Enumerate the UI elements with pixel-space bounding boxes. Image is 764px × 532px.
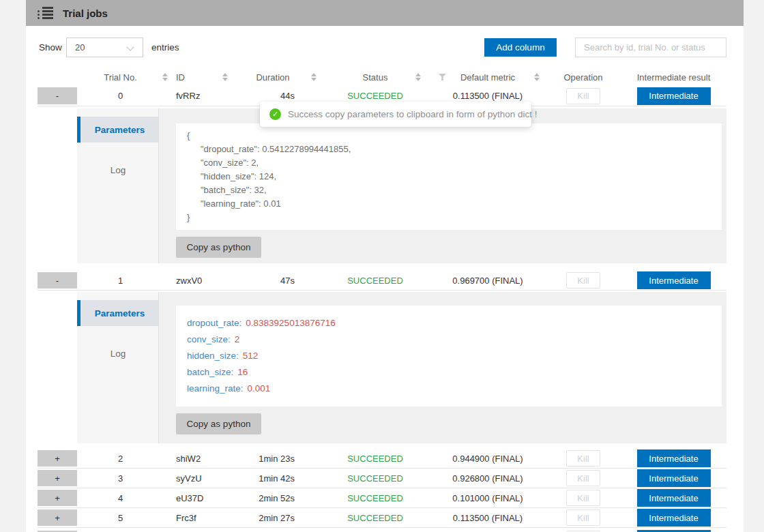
trial-no-cell: 3 xyxy=(77,469,164,488)
copy-as-python-button[interactable]: Copy as python xyxy=(176,237,261,258)
table-row: + 3 syVzU 1min 42s SUCCEEDED 0.926800 (F… xyxy=(38,469,726,488)
intermediate-button[interactable]: Intermediate xyxy=(637,87,711,105)
intermediate-button[interactable]: Intermediate xyxy=(637,469,711,487)
status-cell: SUCCEEDED xyxy=(321,508,430,527)
status-cell: SUCCEEDED xyxy=(321,271,430,290)
expander-cell: + xyxy=(38,449,77,468)
table-controls: Show 20 entries Add column xyxy=(26,34,744,60)
status-cell: SUCCEEDED xyxy=(321,469,430,488)
tab-parameters[interactable]: Parameters xyxy=(77,300,159,326)
operation-cell: Kill xyxy=(546,508,621,527)
id-cell: Frc3f xyxy=(164,508,225,527)
list-icon xyxy=(38,7,54,19)
add-column-button[interactable]: Add column xyxy=(484,38,557,57)
parameters-list: dropout_rate:0.8383925013876716 conv_siz… xyxy=(176,306,722,407)
intermediate-cell: Intermediate xyxy=(621,508,726,527)
id-cell: fvRRz xyxy=(164,86,225,106)
parameter-item: dropout_rate:0.8383925013876716 xyxy=(187,315,711,331)
table-row: + 2 shiW2 1min 23s SUCCEEDED 0.944900 (F… xyxy=(38,449,726,469)
trial-no-cell: 4 xyxy=(77,488,164,507)
parameter-item: batch_size:16 xyxy=(187,364,711,381)
sort-icon[interactable] xyxy=(534,73,540,81)
intermediate-button[interactable]: Intermediate xyxy=(637,449,711,467)
title-bar: Trial jobs xyxy=(26,0,744,26)
column-header-duration: Duration xyxy=(225,68,321,86)
toast: ✓ Success copy parameters to clipboard i… xyxy=(260,102,531,127)
table-row: + 5 Frc3f 2min 27s SUCCEEDED 0.113500 (F… xyxy=(38,508,726,528)
intermediate-button[interactable]: Intermediate xyxy=(637,509,711,527)
column-header-default-metric: Default metric xyxy=(430,68,546,86)
intermediate-cell xyxy=(621,529,726,532)
success-check-icon: ✓ xyxy=(269,108,281,120)
sort-icon[interactable] xyxy=(311,73,317,81)
detail-tab-column: Parameters Log xyxy=(77,292,159,443)
intermediate-cell: Intermediate xyxy=(621,449,726,468)
id-cell: eU37D xyxy=(164,488,225,507)
intermediate-cell: Intermediate xyxy=(621,488,726,507)
table-row-partial xyxy=(38,529,726,532)
default-metric-cell: 0.101000 (FINAL) xyxy=(430,488,546,507)
expand-row-button[interactable]: + xyxy=(38,450,77,467)
id-cell: shiW2 xyxy=(164,449,225,468)
kill-button[interactable]: Kill xyxy=(566,470,600,486)
column-header-status: Status xyxy=(321,68,430,86)
column-header-id: ID xyxy=(164,68,225,86)
expander-cell: + xyxy=(38,488,77,507)
tab-log[interactable]: Log xyxy=(77,346,159,360)
operation-cell: Kill xyxy=(546,469,621,488)
expand-row-button[interactable]: + xyxy=(38,490,77,506)
operation-cell: Kill xyxy=(546,271,621,290)
kill-button[interactable]: Kill xyxy=(566,272,600,289)
id-cell: zwxV0 xyxy=(164,271,225,290)
kill-button[interactable]: Kill xyxy=(566,509,600,526)
intermediate-button[interactable]: Intermediate xyxy=(637,489,711,507)
id-cell: syVzU xyxy=(164,469,225,488)
parameter-item: learning_rate:0.001 xyxy=(187,381,711,397)
operation-cell: Kill xyxy=(546,488,621,507)
default-metric-cell: 0.926800 (FINAL) xyxy=(430,469,546,488)
trial-detail-panel: Parameters Log dropout_rate:0.8383925013… xyxy=(77,292,726,443)
collapse-row-button[interactable]: - xyxy=(38,272,77,289)
sort-icon[interactable] xyxy=(415,73,421,81)
intermediate-button[interactable]: Intermediate xyxy=(637,271,711,289)
tab-log[interactable]: Log xyxy=(77,163,159,177)
kill-button[interactable]: Kill xyxy=(566,490,600,506)
chevron-down-icon xyxy=(126,43,134,50)
intermediate-cell: Intermediate xyxy=(621,271,726,290)
duration-cell: 1min 42s xyxy=(225,469,321,488)
content-panel: Trial jobs Show 20 entries Add column Tr… xyxy=(26,0,744,532)
tab-parameters[interactable]: Parameters xyxy=(77,117,159,143)
default-metric-cell: 0.969700 (FINAL) xyxy=(430,271,546,290)
parameter-item: hidden_size:512 xyxy=(187,348,711,364)
intermediate-cell: Intermediate xyxy=(621,86,726,106)
kill-button[interactable]: Kill xyxy=(566,450,600,467)
expander-column-header xyxy=(38,68,77,86)
expand-row-button[interactable]: + xyxy=(38,509,77,526)
table-header: Trial No. ID Duration Status Default met… xyxy=(38,68,726,86)
table-row: - 1 zwxV0 47s SUCCEEDED 0.969700 (FINAL)… xyxy=(38,271,726,291)
status-cell: SUCCEEDED xyxy=(321,449,430,468)
trial-jobs-page: Trial jobs Show 20 entries Add column Tr… xyxy=(0,0,764,532)
column-header-operation: Operation xyxy=(546,68,621,86)
collapse-row-button[interactable]: - xyxy=(38,87,77,104)
duration-cell: 47s xyxy=(225,271,321,290)
kill-button[interactable]: Kill xyxy=(566,88,600,104)
operation-cell xyxy=(546,529,621,532)
expander-cell: + xyxy=(38,469,77,488)
expander-cell: + xyxy=(38,508,77,527)
parameter-item: conv_size:2 xyxy=(187,331,711,348)
search-input[interactable] xyxy=(575,38,726,57)
expander-cell xyxy=(38,529,77,532)
expand-row-button[interactable]: + xyxy=(38,470,77,486)
duration-cell: 2min 52s xyxy=(225,488,321,507)
copy-as-python-button[interactable]: Copy as python xyxy=(176,413,261,434)
page-title: Trial jobs xyxy=(63,8,108,19)
trial-no-cell: 5 xyxy=(77,508,164,527)
trial-no-cell: 0 xyxy=(77,86,164,106)
duration-cell: 1min 23s xyxy=(225,449,321,468)
status-cell: SUCCEEDED xyxy=(321,488,430,507)
expander-cell: - xyxy=(38,271,77,290)
entries-per-page-select[interactable]: 20 xyxy=(66,38,143,57)
entries-label: entries xyxy=(151,42,179,53)
default-metric-cell: 0.113500 (FINAL) xyxy=(430,508,546,527)
